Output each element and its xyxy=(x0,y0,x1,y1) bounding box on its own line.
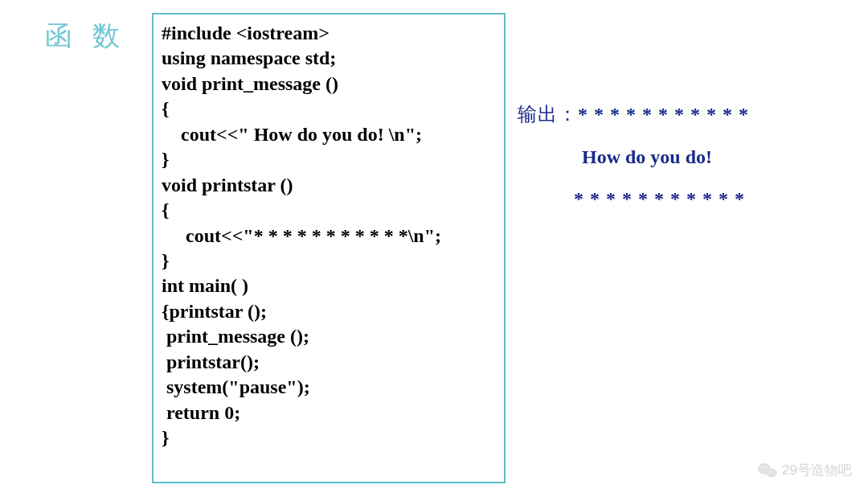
output-message: How do you do! xyxy=(582,146,712,168)
code-line: int main( ) xyxy=(162,273,496,298)
section-title: 函 数 xyxy=(45,18,126,55)
code-line: } xyxy=(162,249,496,273)
code-line: return 0; xyxy=(162,401,496,425)
svg-point-2 xyxy=(767,468,777,477)
output-header: 输出：* * * * * * * * * * * xyxy=(518,101,749,127)
code-line: system("pause"); xyxy=(162,375,496,400)
svg-point-6 xyxy=(772,471,774,472)
output-stars-top: * * * * * * * * * * * xyxy=(578,104,749,125)
output-label: 输出： xyxy=(518,104,578,125)
code-line: {printstar (); xyxy=(162,299,496,324)
code-line: void print_message () xyxy=(162,72,496,97)
wechat-icon xyxy=(758,462,777,479)
code-line: } xyxy=(162,147,496,172)
code-line: void printstar () xyxy=(162,173,496,198)
code-line: cout<<"* * * * * * * * * * *\n"; xyxy=(162,224,496,249)
code-line: #include <iostream> xyxy=(162,21,496,46)
svg-point-4 xyxy=(766,466,768,468)
code-line: cout<<" How do you do! \n"; xyxy=(162,122,496,147)
code-line: print_message (); xyxy=(162,324,496,349)
svg-point-5 xyxy=(769,471,771,472)
watermark: 29号造物吧 xyxy=(758,461,852,479)
code-block: #include <iostream> using namespace std;… xyxy=(152,13,506,483)
watermark-text: 29号造物吧 xyxy=(782,461,852,479)
code-line: } xyxy=(162,425,496,450)
svg-point-3 xyxy=(762,466,764,468)
code-line: { xyxy=(162,97,496,121)
code-line: { xyxy=(162,198,496,223)
output-stars-bottom: * * * * * * * * * * * xyxy=(574,188,745,210)
code-line: using namespace std; xyxy=(162,46,496,71)
code-line: printstar(); xyxy=(162,350,496,375)
